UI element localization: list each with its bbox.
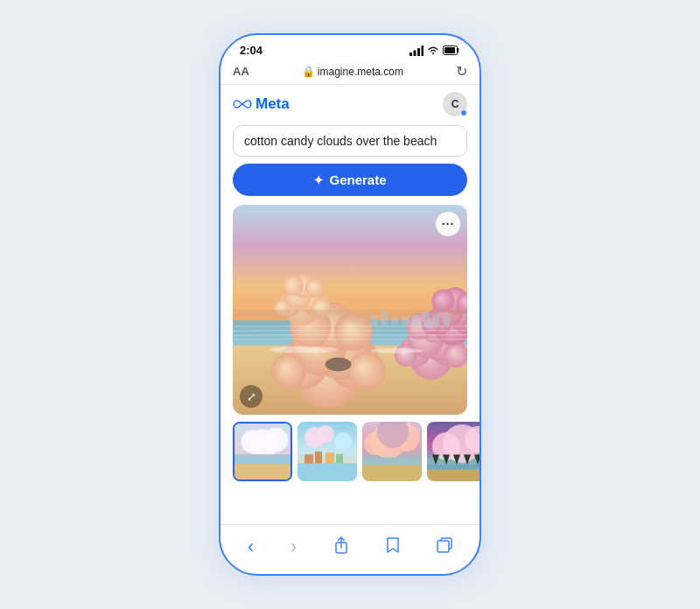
browser-aa[interactable]: AA [233, 65, 249, 78]
share-icon [333, 536, 349, 554]
tabs-icon [437, 537, 452, 553]
status-icons [410, 46, 460, 56]
generate-button[interactable]: ✦ Generate [233, 164, 467, 196]
wifi-icon [427, 46, 439, 55]
thumbnail-2[interactable] [298, 422, 357, 481]
signal-icon [410, 46, 424, 56]
lock-icon: 🔒 [302, 66, 315, 78]
battery-icon [443, 46, 460, 55]
svg-rect-0 [410, 52, 412, 56]
meta-logo: Meta [233, 95, 290, 113]
meta-text: Meta [256, 95, 290, 113]
thumbnail-3[interactable] [362, 422, 422, 481]
thumbnail-1[interactable] [233, 422, 292, 481]
user-avatar[interactable]: C [443, 92, 467, 116]
svg-rect-1 [414, 50, 416, 56]
bookmarks-button[interactable] [382, 533, 403, 562]
app-header: Meta C [220, 85, 480, 122]
sparkle-icon: ✦ [313, 173, 324, 187]
thumb-canvas-4 [427, 422, 481, 481]
bottom-nav: ‹ › [220, 524, 480, 574]
thumb-canvas-3 [362, 422, 422, 481]
phone-frame: 2:04 AA 🔒 [219, 33, 481, 576]
tabs-button[interactable] [433, 534, 456, 561]
url-text: imagine.meta.com [318, 66, 403, 78]
bookmarks-icon [386, 536, 400, 554]
main-image-area: ··· ⤢ [233, 205, 467, 415]
svg-rect-5 [444, 47, 455, 53]
avatar-dot [460, 109, 467, 116]
time-display: 2:04 [240, 44, 262, 57]
generate-btn-wrap: ✦ Generate [220, 164, 480, 205]
thumbnails-row [220, 422, 480, 488]
more-options-button[interactable]: ··· [436, 212, 460, 236]
prompt-input[interactable]: cotton candy clouds over the beach [233, 125, 467, 157]
forward-button[interactable]: › [287, 532, 300, 562]
share-button[interactable] [330, 533, 353, 562]
back-button[interactable]: ‹ [244, 532, 257, 562]
meta-infinity-icon [233, 98, 252, 110]
main-image-canvas [233, 205, 467, 415]
reload-button[interactable]: ↻ [456, 63, 467, 80]
svg-rect-7 [438, 541, 449, 552]
status-bar: 2:04 [220, 35, 480, 60]
generate-label: Generate [329, 172, 386, 187]
svg-rect-3 [422, 46, 424, 56]
svg-rect-2 [417, 48, 420, 56]
thumbnail-4[interactable] [427, 422, 481, 481]
browser-url-area[interactable]: 🔒 imagine.meta.com [302, 66, 403, 78]
browser-bar: AA 🔒 imagine.meta.com ↻ [220, 60, 480, 85]
prompt-area: cotton candy clouds over the beach [220, 122, 480, 164]
thumb-canvas-2 [298, 422, 357, 481]
expand-button[interactable]: ⤢ [240, 385, 262, 408]
thumb-canvas-1 [234, 424, 290, 480]
